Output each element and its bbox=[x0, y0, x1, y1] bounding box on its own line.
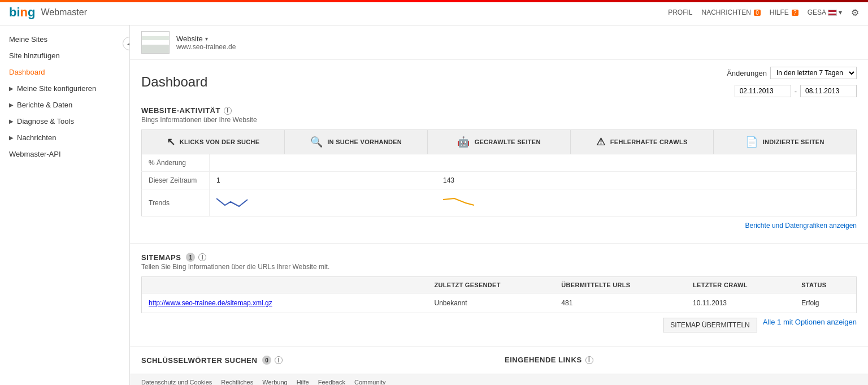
tab-indiziert[interactable]: 📄 INDIZIERTE SEITEN bbox=[714, 130, 856, 154]
tab-crawl[interactable]: 🤖 GECRAWLTE SEITEN bbox=[428, 130, 571, 154]
col-urls: ÜBERMITTELTE URLS bbox=[554, 277, 686, 293]
hilfe-badge: ? bbox=[792, 10, 798, 16]
bottom-sections: SCHLÜSSELWÖRTER SUCHEN 0 i EINGEHENDE LI… bbox=[130, 347, 868, 374]
site-header: Website ▾ www.seo-trainee.de bbox=[130, 25, 868, 60]
schluesselwoerter-section: SCHLÜSSELWÖRTER SUCHEN 0 i bbox=[141, 356, 493, 365]
sidebar-item-nachrichten[interactable]: ▶ Nachrichten bbox=[0, 129, 129, 146]
date-filter-label: Änderungen bbox=[727, 69, 767, 77]
activity-val5 bbox=[791, 172, 856, 189]
sidebar-item-webmaster-api[interactable]: Webmaster-API bbox=[0, 146, 129, 162]
tab-label: IN SUCHE VORHANDEN bbox=[327, 139, 402, 145]
activity-col4-header bbox=[726, 154, 791, 172]
trend-sparkline-5 bbox=[791, 189, 856, 217]
robot-icon: 🤖 bbox=[457, 136, 470, 148]
sitemap-row: http://www.seo-trainee.de/sitemap.xml.gz… bbox=[142, 293, 857, 313]
current-period-label: Dieser Zeitraum bbox=[142, 172, 210, 189]
all-options-link[interactable]: Alle 1 mit Optionen anzeigen bbox=[763, 318, 857, 332]
sidebar-item-label: Diagnose & Tools bbox=[17, 117, 74, 126]
trend-sparkline-2 bbox=[436, 189, 662, 217]
activity-table: % Änderung Dieser Zeitraum 1 143 bbox=[141, 154, 857, 217]
footer-community[interactable]: Community bbox=[354, 379, 386, 385]
schluesselwoerter-title: SCHLÜSSELWÖRTER SUCHEN 0 i bbox=[141, 356, 493, 365]
activity-val1: 1 bbox=[210, 172, 436, 189]
sidebar-item-label: Nachrichten bbox=[17, 133, 56, 142]
topbar-right: PROFIL NACHRICHTEN 0 HILFE ? GESA ▾ ⚙ bbox=[668, 7, 859, 18]
hilfe-link[interactable]: HILFE ? bbox=[770, 8, 798, 16]
col-status: STATUS bbox=[795, 277, 856, 293]
layout: ◀ Meine Sites Site hinzufügen Dashboard … bbox=[0, 25, 868, 385]
footer: Datenschutz und Cookies Rechtliches Werb… bbox=[130, 374, 868, 385]
website-activity-section: WEBSITE-AKTIVITÄT i Bings Informationen … bbox=[130, 97, 868, 243]
date-filter-select[interactable]: In den letzten 7 Tagen bbox=[770, 67, 857, 79]
website-activity-title: WEBSITE-AKTIVITÄT i bbox=[141, 106, 857, 115]
tab-label: GECRAWLTE SEITEN bbox=[475, 139, 541, 145]
flag-icon bbox=[828, 10, 837, 16]
sidebar-item-label: Site hinzufügen bbox=[9, 51, 60, 60]
expand-arrow-icon: ▶ bbox=[9, 85, 14, 92]
sitemap-url-link[interactable]: http://www.seo-trainee.de/sitemap.xml.gz bbox=[149, 299, 272, 307]
dashboard-header: Dashboard Änderungen In den letzten 7 Ta… bbox=[130, 60, 868, 97]
submit-sitemap-button[interactable]: SITEMAP ÜBERMITTELN bbox=[663, 318, 757, 332]
footer-rechtliches[interactable]: Rechtliches bbox=[221, 379, 253, 385]
tab-label: INDIZIERTE SEITEN bbox=[763, 139, 824, 145]
sidebar-item-berichte[interactable]: ▶ Berichte & Daten bbox=[0, 97, 129, 113]
activity-col3-header bbox=[662, 154, 726, 172]
sitemap-crawl: 10.11.2013 bbox=[686, 293, 795, 313]
sitemaps-title: SITEMAPS 1 i bbox=[141, 253, 857, 262]
footer-werbung[interactable]: Werbung bbox=[262, 379, 287, 385]
profil-link[interactable]: PROFIL bbox=[668, 8, 692, 16]
site-name-row[interactable]: Website ▾ bbox=[176, 34, 236, 43]
footer-hilfe[interactable]: Hilfe bbox=[297, 379, 309, 385]
eingehende-links-section: EINGEHENDE LINKS i bbox=[505, 356, 857, 365]
sidebar-item-konfigurieren[interactable]: ▶ Meine Site konfigurieren bbox=[0, 80, 129, 97]
two-col-layout: SCHLÜSSELWÖRTER SUCHEN 0 i EINGEHENDE LI… bbox=[141, 356, 857, 365]
eingehende-links-info-icon[interactable]: i bbox=[585, 356, 593, 364]
app-title: Webmaster bbox=[41, 7, 87, 18]
activity-col2-header bbox=[436, 154, 662, 172]
main-content: Website ▾ www.seo-trainee.de Dashboard Ä… bbox=[130, 25, 868, 385]
sitemaps-subtitle: Teilen Sie Bing Informationen über die U… bbox=[141, 263, 857, 271]
sidebar-item-label: Meine Sites bbox=[9, 35, 47, 44]
sidebar-item-site-hinzufuegen[interactable]: Site hinzufügen bbox=[0, 47, 129, 64]
tab-fehler[interactable]: ⚠ FEHLERHAFTE CRAWLS bbox=[571, 130, 714, 154]
sitemaps-info-icon[interactable]: i bbox=[198, 253, 206, 261]
sitemap-status: Erfolg bbox=[795, 293, 856, 313]
settings-icon[interactable]: ⚙ bbox=[851, 7, 859, 18]
tab-suche[interactable]: 🔍 IN SUCHE VORHANDEN bbox=[285, 130, 428, 154]
tab-klicks[interactable]: ↖ KLICKS VON DER SUCHE bbox=[142, 130, 285, 154]
schluesselwoerter-info-icon[interactable]: i bbox=[275, 356, 283, 364]
activity-trends-row: Trends bbox=[142, 189, 857, 217]
date-separator: - bbox=[795, 87, 797, 96]
activity-tabs: ↖ KLICKS VON DER SUCHE 🔍 IN SUCHE VORHAN… bbox=[141, 129, 857, 154]
sitemap-url: http://www.seo-trainee.de/sitemap.xml.gz bbox=[142, 293, 428, 313]
sitemap-zuletzt: Unbekannt bbox=[428, 293, 555, 313]
website-activity-info-icon[interactable]: i bbox=[224, 107, 232, 115]
col-url bbox=[142, 277, 428, 293]
col-zuletzt: ZULETZT GESENDET bbox=[428, 277, 555, 293]
site-info: Website ▾ www.seo-trainee.de bbox=[176, 34, 236, 51]
sidebar-item-meine-sites[interactable]: Meine Sites bbox=[0, 31, 129, 47]
schluesselwoerter-badge: 0 bbox=[262, 356, 271, 365]
report-link-anchor[interactable]: Berichte und Datengrafiken anzeigen bbox=[745, 222, 857, 230]
date-from-input[interactable] bbox=[735, 85, 791, 97]
activity-val4 bbox=[726, 172, 791, 189]
nachrichten-link[interactable]: NACHRICHTEN 0 bbox=[701, 8, 760, 16]
footer-datenschutz[interactable]: Datenschutz und Cookies bbox=[141, 379, 212, 385]
sidebar-item-diagnose[interactable]: ▶ Diagnose & Tools bbox=[0, 113, 129, 129]
sidebar-item-dashboard[interactable]: Dashboard bbox=[0, 64, 129, 80]
user-menu[interactable]: GESA ▾ bbox=[808, 8, 842, 16]
date-to-input[interactable] bbox=[800, 85, 857, 97]
percent-change-label: % Änderung bbox=[142, 154, 210, 172]
tab-label: FEHLERHAFTE CRAWLS bbox=[610, 139, 688, 145]
report-link: Berichte und Datengrafiken anzeigen bbox=[141, 217, 857, 234]
footer-feedback[interactable]: Feedback bbox=[318, 379, 345, 385]
nachrichten-badge: 0 bbox=[754, 10, 761, 16]
col-crawl: LETZTER CRAWL bbox=[686, 277, 795, 293]
site-dropdown-arrow-icon: ▾ bbox=[205, 36, 208, 42]
activity-percent-row: % Änderung bbox=[142, 154, 857, 172]
activity-val3 bbox=[662, 172, 726, 189]
sitemaps-header-row: ZULETZT GESENDET ÜBERMITTELTE URLS LETZT… bbox=[142, 277, 857, 293]
site-thumbnail bbox=[141, 31, 170, 54]
site-name-label: Website bbox=[176, 34, 203, 43]
trend-sparkline-3 bbox=[662, 189, 726, 217]
